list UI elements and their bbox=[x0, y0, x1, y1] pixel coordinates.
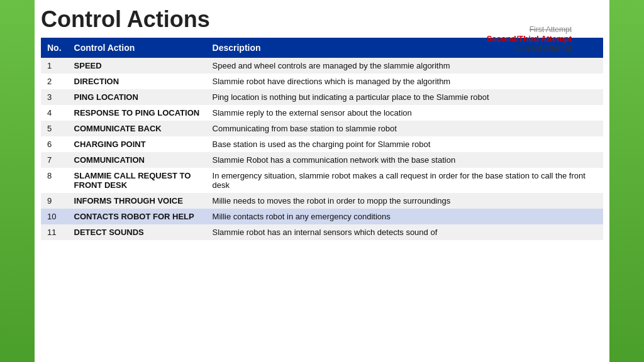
cell-no: 6 bbox=[41, 136, 68, 152]
table-row: 10CONTACTS ROBOT FOR HELPMillie contacts… bbox=[41, 209, 603, 224]
cell-description: Millie contacts robot in any emergency c… bbox=[206, 209, 603, 224]
cell-no: 5 bbox=[41, 121, 68, 136]
second-attempt-label: Second/Third Attempt bbox=[487, 34, 572, 43]
table-row: 7COMMUNICATIONSlammie Robot has a commun… bbox=[41, 152, 603, 168]
table-row: 9INFORMS THROUGH VOICEMillie needs to mo… bbox=[41, 193, 603, 209]
cell-action: PING LOCATION bbox=[68, 89, 206, 105]
cell-action: DETECT SOUNDS bbox=[68, 224, 206, 240]
table-row: 3PING LOCATIONPing location is nothing b… bbox=[41, 89, 603, 105]
table-row: 2DIRECTIONSlammie robot have directions … bbox=[41, 74, 603, 89]
cell-no: 7 bbox=[41, 152, 68, 168]
cell-action: CHARGING POINT bbox=[68, 136, 206, 152]
cell-action: COMMUNICATE BACK bbox=[68, 121, 206, 136]
table-row: 6CHARGING POINTBase station is used as t… bbox=[41, 136, 603, 152]
control-actions-table: No. Control Action Description 1SPEEDSpe… bbox=[41, 38, 603, 240]
cell-action: INFORMS THROUGH VOICE bbox=[68, 193, 206, 209]
cell-description: Base station is used as the charging poi… bbox=[206, 136, 603, 152]
cell-description: Ping location is nothing but indicating … bbox=[206, 89, 603, 105]
green-bar-left bbox=[0, 0, 35, 362]
cell-action: SPEED bbox=[68, 58, 206, 74]
green-bar-right bbox=[609, 0, 644, 362]
main-content: Control Actions First Attempt Second/Thi… bbox=[35, 0, 609, 362]
cell-no: 2 bbox=[41, 74, 68, 89]
cell-no: 9 bbox=[41, 193, 68, 209]
cell-action: COMMUNICATION bbox=[68, 152, 206, 168]
table-row: 11DETECT SOUNDSSlammie robot has an inte… bbox=[41, 224, 603, 240]
cell-no: 3 bbox=[41, 89, 68, 105]
cell-no: 4 bbox=[41, 105, 68, 121]
cell-description: Slammie Robot has a communication networ… bbox=[206, 152, 603, 168]
table-row: 4RESPONSE TO PING LOCATIONSlammie reply … bbox=[41, 105, 603, 121]
first-attempt-label: First Attempt bbox=[487, 25, 572, 34]
cell-no: 10 bbox=[41, 209, 68, 224]
cell-no: 8 bbox=[41, 168, 68, 193]
header-no: No. bbox=[41, 38, 68, 58]
cell-action: DIRECTION bbox=[68, 74, 206, 89]
cell-description: Slammie robot have directions which is m… bbox=[206, 74, 603, 89]
cell-description: Slammie robot has an internal sensors wh… bbox=[206, 224, 603, 240]
attempt-labels: First Attempt Second/Third Attempt Curre… bbox=[487, 25, 572, 53]
current-attempt-label: Current Attempt bbox=[487, 43, 572, 53]
header-action: Control Action bbox=[68, 38, 206, 58]
cell-action: RESPONSE TO PING LOCATION bbox=[68, 105, 206, 121]
table-row: 1SPEEDSpeed and wheel controls are manag… bbox=[41, 58, 603, 74]
cell-action: CONTACTS ROBOT FOR HELP bbox=[68, 209, 206, 224]
cell-description: Communicating from base station to slamm… bbox=[206, 121, 603, 136]
cell-no: 11 bbox=[41, 224, 68, 240]
cell-description: In emergency situation, slammie robot ma… bbox=[206, 168, 603, 193]
cell-no: 1 bbox=[41, 58, 68, 74]
table-row: 8SLAMMIE CALL REQUEST TO FRONT DESKIn em… bbox=[41, 168, 603, 193]
cell-action: SLAMMIE CALL REQUEST TO FRONT DESK bbox=[68, 168, 206, 193]
cell-description: Millie needs to moves the robot in order… bbox=[206, 193, 603, 209]
table-row: 5COMMUNICATE BACKCommunicating from base… bbox=[41, 121, 603, 136]
cell-description: Slammie reply to the external sensor abo… bbox=[206, 105, 603, 121]
cell-description: Speed and wheel controls are managed by … bbox=[206, 58, 603, 74]
